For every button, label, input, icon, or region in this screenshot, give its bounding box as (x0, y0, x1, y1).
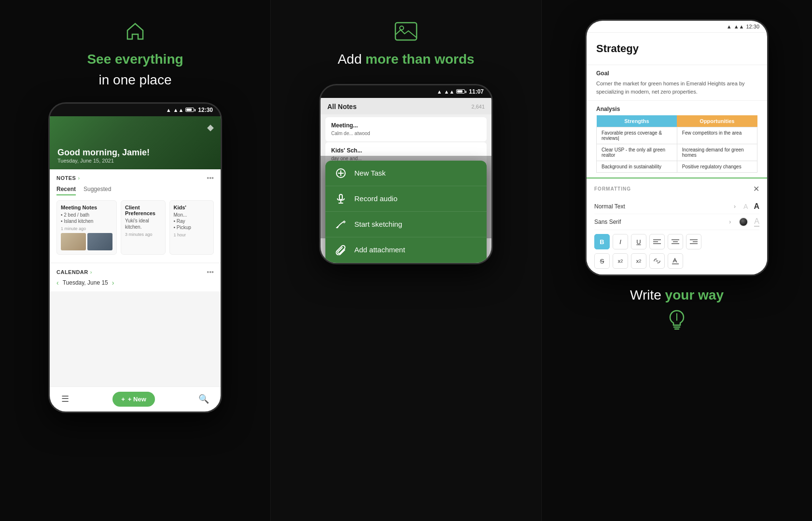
note-card-client[interactable]: Client Preferences Yuki's ideal kitchen.… (121, 200, 166, 255)
panel2-icon (394, 19, 418, 43)
table-row-3: Background in sustainability Positive re… (597, 161, 757, 173)
font-size-small-icon[interactable]: A (743, 203, 748, 210)
formatting-panel: FORMATTING ✕ Normal Text › A A Sans Seri… (587, 178, 767, 274)
menu-item-sketch[interactable]: Start sketching (325, 212, 487, 237)
battery-icon-2 (456, 89, 465, 94)
align-left-button[interactable] (649, 234, 665, 249)
panel2-title: Add more than words (337, 51, 474, 68)
panel-see-everything: See everything in one place ▲ ▲▲ 12:30 ◆… (0, 0, 271, 521)
bold-button[interactable]: B (594, 234, 610, 249)
notes-arrow-icon: › (78, 175, 80, 181)
p2-note-title-1: Meeting... (331, 122, 481, 129)
normal-text-label: Normal Text (594, 203, 734, 210)
attachment-label: Add attachment (354, 246, 405, 254)
time-display-2: 11:07 (469, 88, 484, 95)
search-icon-1[interactable]: 🔍 (198, 394, 209, 404)
goal-section: Goal Corner the market for green homes i… (587, 65, 767, 101)
note-title: Meeting Notes (61, 205, 112, 210)
cal-prev-icon[interactable]: ‹ (56, 279, 59, 287)
note-card-kids[interactable]: Kids' Mon...• Ray• Pickup 1 hour (169, 200, 214, 255)
cell-strength-3: Background in sustainability (597, 161, 677, 173)
note-card-meeting[interactable]: Meeting Notes • 2 bed / bath• Island kit… (56, 200, 117, 255)
underline-button[interactable]: U (631, 234, 646, 249)
plus-icon: + (121, 396, 125, 403)
color-picker-icon[interactable] (739, 217, 748, 227)
calendar-date: Tuesday, June 15 (63, 279, 108, 286)
record-audio-icon (335, 193, 347, 205)
phone-content-3: Strategy Goal Corner the market for gree… (587, 33, 767, 274)
calendar-label: CALENDAR (56, 269, 88, 275)
panel1-subtitle: in one place (98, 72, 171, 88)
panel-add-more: Add more than words ▲ ▲▲ 11:07 All Notes… (271, 0, 542, 521)
all-notes-title: All Notes (327, 103, 357, 110)
time-display: 12:30 (198, 107, 213, 113)
link-button[interactable] (649, 253, 665, 269)
notes-more-icon[interactable]: ••• (207, 174, 214, 182)
panel3-phone: ▲ ▲▲ 12:30 Strategy Goal Corner the mark… (585, 19, 769, 276)
highlight-button[interactable] (668, 253, 683, 269)
add-content-menu: New Task Record audio (325, 161, 487, 264)
format-row-sans-serif: Sans Serif › A (594, 214, 759, 230)
note-images (61, 233, 112, 250)
formatting-label: FORMATTING (594, 186, 631, 192)
menu-item-record-audio[interactable]: Record audio (325, 186, 487, 212)
close-formatting-button[interactable]: ✕ (753, 184, 759, 193)
analysis-label: Analysis (587, 101, 767, 115)
p2-note-1[interactable]: Meeting... Calm de... atwood (325, 117, 487, 141)
chevron-icon-1: › (734, 203, 736, 210)
phone-bottom-bar-1: ☰ + + New 🔍 (50, 386, 221, 411)
table-row-1: Favorable press coverage & reviews| Few … (597, 127, 757, 144)
new-button-1[interactable]: + + New (112, 392, 155, 407)
document-header: Strategy (587, 33, 767, 65)
cal-next-icon[interactable]: › (112, 279, 114, 287)
strikethrough-button[interactable]: S (594, 253, 610, 269)
notes-section: NOTES › ••• Recent Suggested Meeting Not… (50, 169, 221, 262)
note-text: • 2 bed / bath• Island kitchen (61, 212, 112, 224)
your-way-label: your way (665, 288, 724, 302)
superscript-button[interactable]: x2 (613, 253, 628, 269)
wifi-icon-3: ▲ (727, 24, 732, 29)
panel2-title-green: more than words (365, 52, 475, 67)
cell-opportunity-2: Increasing demand for green homes (677, 144, 757, 161)
cell-opportunity-1: Few competitors in the area (677, 127, 757, 144)
date-text: Tuesday, June 15, 2021 (57, 158, 213, 164)
bookmark-icon: ◆ (207, 122, 214, 133)
hamburger-icon[interactable]: ☰ (61, 394, 69, 404)
calendar-nav: ‹ Tuesday, June 15 › (56, 279, 214, 287)
note-title-2: Client Preferences (125, 205, 161, 216)
attachment-icon (335, 244, 347, 256)
th-strengths: Strengths (597, 115, 677, 127)
font-style-icon[interactable]: A (754, 217, 759, 227)
panel2-phone: ▲ ▲▲ 11:07 All Notes 2,641 Meeting... Ca… (319, 84, 493, 264)
format-buttons-row-1: B I U (594, 234, 759, 249)
cell-strength-1: Favorable press coverage & reviews| (597, 127, 677, 144)
record-audio-label: Record audio (354, 194, 397, 203)
write-your-way-section: Write your way (630, 288, 724, 335)
align-center-button[interactable] (668, 234, 683, 249)
phone-content-2: All Notes 2,641 Meeting... Calm de... at… (321, 98, 491, 238)
th-opportunities: Opportunities (677, 115, 757, 127)
format-buttons-row-2: S x2 x2 (594, 253, 759, 269)
menu-item-attachment[interactable]: Add attachment (325, 237, 487, 263)
tab-suggested[interactable]: Suggested (84, 186, 111, 195)
menu-item-take-photo[interactable]: Take photo (325, 263, 487, 264)
italic-button[interactable]: I (613, 234, 628, 249)
font-size-large-icon[interactable]: A (754, 202, 759, 211)
note-time-2: 3 minutes ago (125, 232, 161, 237)
tab-recent[interactable]: Recent (56, 186, 76, 195)
note-image-desk (87, 233, 112, 250)
cell-opportunity-3: Positive regulatory changes (677, 161, 757, 173)
morning-greeting-header: ◆ Good morning, Jamie! Tuesday, June 15,… (50, 116, 221, 169)
phone-content-1: ◆ Good morning, Jamie! Tuesday, June 15,… (50, 116, 221, 386)
greeting-text: Good morning, Jamie! (57, 148, 213, 158)
calendar-more-icon[interactable]: ••• (207, 268, 214, 276)
calendar-arrow-icon: › (90, 269, 92, 275)
menu-item-new-task[interactable]: New Task (325, 161, 487, 186)
align-right-button[interactable] (686, 234, 701, 249)
note-time: 1 minute ago (61, 226, 112, 231)
sketch-label: Start sketching (354, 220, 402, 228)
wifi-icon: ▲ (166, 107, 171, 113)
notes-label: NOTES (56, 175, 76, 181)
panel1-phone: ▲ ▲▲ 12:30 ◆ Good morning, Jamie! Tuesda… (48, 102, 222, 413)
subscript-button[interactable]: x2 (631, 253, 646, 269)
